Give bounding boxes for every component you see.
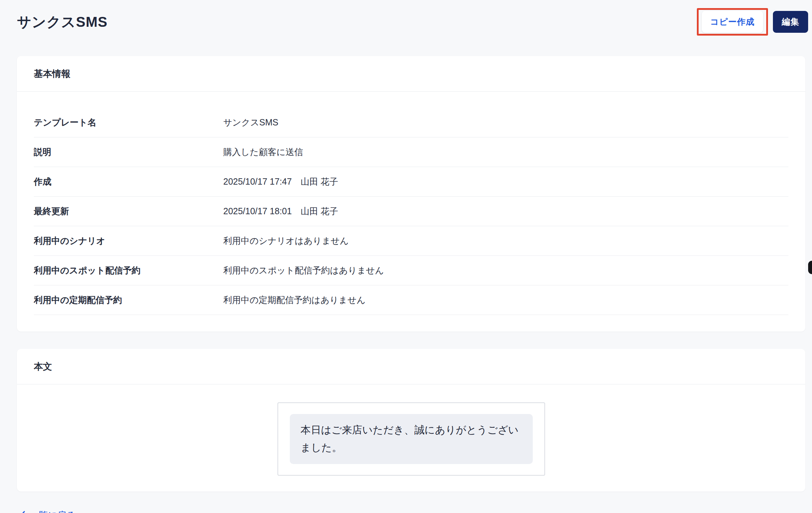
info-row-template-name: テンプレート名 サンクスSMS <box>34 108 788 137</box>
info-row-value: 利用中の定期配信予約はありません <box>223 295 366 305</box>
info-row-value: 購入した顧客に送信 <box>223 147 303 157</box>
message-body-card-header: 本文 <box>17 349 805 384</box>
sms-message-bubble: 本日はご来店いただき、誠にありがとうございました。 <box>290 414 533 464</box>
copy-create-button[interactable]: コピー作成 <box>702 11 763 33</box>
back-to-list-label: 一覧に戻る <box>30 509 76 513</box>
info-row-label: 作成 <box>34 177 223 186</box>
page-title: サンクスSMS <box>17 12 107 32</box>
message-body-card: 本文 本日はご来店いただき、誠にありがとうございました。 <box>17 349 805 492</box>
info-row-periodic-delivery: 利用中の定期配信予約 利用中の定期配信予約はありません <box>34 285 788 315</box>
back-to-list-link[interactable]: 一覧に戻る <box>20 509 76 513</box>
basic-info-table: テンプレート名 サンクスSMS 説明 購入した顧客に送信 作成 2025/10/… <box>17 92 805 332</box>
basic-info-title: 基本情報 <box>34 68 70 79</box>
header-actions: コピー作成 編集 <box>697 8 808 36</box>
info-row-label: 説明 <box>34 147 223 157</box>
edge-drawer-handle[interactable] <box>808 261 812 274</box>
message-body-title: 本文 <box>34 361 52 372</box>
message-preview-box: 本日はご来店いただき、誠にありがとうございました。 <box>277 402 545 476</box>
info-row-value: 利用中のシナリオはありません <box>223 236 349 246</box>
info-row-value: 2025/10/17 18:01 山田 花子 <box>223 206 338 216</box>
info-row-value: 2025/10/17 17:47 山田 花子 <box>223 177 338 186</box>
template-detail-page: サンクスSMS コピー作成 編集 基本情報 テンプレート名 サンクスSMS 説明… <box>0 0 812 513</box>
info-row-label: 利用中のスポット配信予約 <box>34 265 223 275</box>
info-row-label: 最終更新 <box>34 206 223 216</box>
message-content: 本日はご来店いただき、誠にありがとうございました。 <box>17 384 805 492</box>
annotation-highlight: コピー作成 <box>697 8 768 36</box>
info-row-value: 利用中のスポット配信予約はありません <box>223 265 384 275</box>
page-header: サンクスSMS コピー作成 編集 <box>17 8 805 36</box>
basic-info-card-header: 基本情報 <box>17 56 805 92</box>
edit-button[interactable]: 編集 <box>773 11 808 33</box>
info-row-spot-delivery: 利用中のスポット配信予約 利用中のスポット配信予約はありません <box>34 256 788 285</box>
info-row-label: テンプレート名 <box>34 117 223 127</box>
info-row-label: 利用中の定期配信予約 <box>34 295 223 305</box>
info-row-description: 説明 購入した顧客に送信 <box>34 137 788 167</box>
info-row-label: 利用中のシナリオ <box>34 236 223 246</box>
chevron-left-icon <box>20 511 25 513</box>
info-row-scenario: 利用中のシナリオ 利用中のシナリオはありません <box>34 226 788 256</box>
info-row-last-updated: 最終更新 2025/10/17 18:01 山田 花子 <box>34 197 788 226</box>
info-row-created: 作成 2025/10/17 17:47 山田 花子 <box>34 167 788 197</box>
info-row-value: サンクスSMS <box>223 117 279 127</box>
basic-info-card: 基本情報 テンプレート名 サンクスSMS 説明 購入した顧客に送信 作成 202… <box>17 56 805 332</box>
